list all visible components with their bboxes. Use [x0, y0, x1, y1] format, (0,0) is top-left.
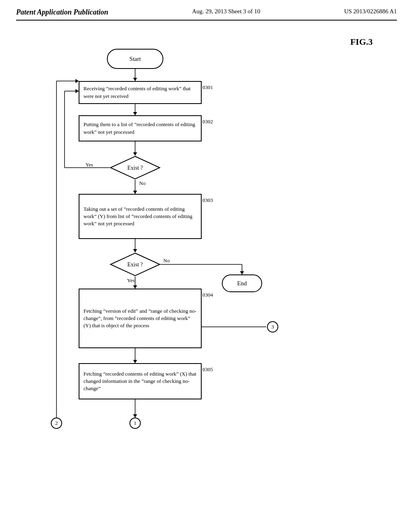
page: Patent Application Publication Aug. 29, … [0, 0, 413, 532]
svg-marker-22 [133, 360, 137, 363]
header-right: US 2013/0226886 A1 [344, 8, 397, 15]
diamond2-yes-label: Yes [127, 277, 135, 284]
header-center: Aug. 29, 2013 Sheet 3 of 10 [192, 8, 260, 15]
svg-marker-16 [240, 271, 244, 274]
svg-marker-18 [133, 285, 137, 289]
step-0305: 0305 [202, 366, 213, 373]
diamond1-yes-label: Yes [86, 162, 93, 168]
box-0302: Putting them to a list of ”recorded cont… [79, 115, 202, 141]
svg-marker-13 [133, 249, 137, 252]
svg-marker-1 [133, 78, 137, 81]
step-0303: 0303 [202, 197, 213, 204]
flowchart-arrows [16, 33, 397, 508]
header: Patent Application Publication Aug. 29, … [16, 8, 397, 21]
circle3-connector: 3 [267, 321, 278, 332]
step-0301: 0301 [202, 84, 213, 91]
box-0301: Receiving ”recorded contents of editing … [79, 81, 202, 104]
step-0304: 0304 [202, 292, 213, 298]
svg-text:Exist ?: Exist ? [127, 262, 143, 268]
diamond2-no-label: No [163, 258, 170, 264]
svg-marker-5 [133, 152, 137, 156]
box-0303: Taking out a set of ”recorded contents o… [79, 194, 202, 239]
svg-marker-9 [75, 89, 79, 93]
svg-marker-11 [133, 191, 137, 194]
diagram-area: FIG.3 [16, 33, 397, 508]
header-left: Patent Application Publication [16, 8, 108, 17]
svg-text:Exist ?: Exist ? [127, 165, 143, 171]
diamond1-container: Exist ? [110, 156, 161, 180]
svg-marker-27 [75, 79, 79, 83]
end-node: End [222, 274, 262, 292]
circle1-connector: 1 [129, 418, 141, 429]
svg-marker-24 [133, 414, 137, 418]
box-0304: Fetching ”version of edit” and ”range of… [79, 289, 202, 348]
circle2-connector: 2 [51, 418, 62, 429]
diamond2-container: Exist ? [110, 252, 161, 276]
svg-marker-3 [133, 112, 137, 115]
start-node: Start [107, 49, 163, 69]
fig-label: FIG.3 [350, 37, 373, 47]
diamond1-no-label: No [139, 180, 146, 187]
step-0302: 0302 [202, 118, 213, 125]
box-0305: Fetching ”recorded contents of editing w… [79, 363, 202, 399]
